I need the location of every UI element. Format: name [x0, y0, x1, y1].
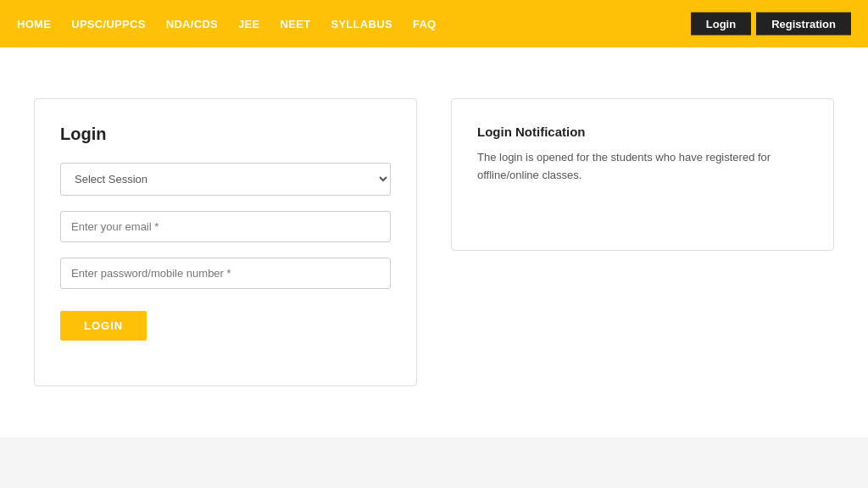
password-input[interactable]: [60, 258, 391, 289]
main-content: Login Select Session LOGIN Login Notific…: [0, 47, 868, 437]
header-login-button[interactable]: Login: [691, 13, 751, 36]
notification-title: Login Notification: [477, 125, 808, 139]
session-group: Select Session: [60, 163, 391, 196]
header-register-button[interactable]: Registration: [756, 13, 851, 36]
nav-nda[interactable]: NDA/CDS: [166, 18, 218, 30]
login-title: Login: [60, 125, 391, 144]
nav-faq[interactable]: FAQ: [413, 18, 437, 30]
notification-card: Login Notification The login is opened f…: [451, 98, 834, 251]
password-group: [60, 258, 391, 289]
nav-syllabus[interactable]: SYLLABUS: [331, 18, 392, 30]
login-button[interactable]: LOGIN: [60, 311, 147, 341]
login-card: Login Select Session LOGIN: [34, 98, 417, 386]
site-header: HOME UPSC/UPPCS NDA/CDS JEE NEET SYLLABU…: [0, 0, 868, 47]
nav-upsc[interactable]: UPSC/UPPCS: [71, 18, 146, 30]
email-input[interactable]: [60, 211, 391, 242]
main-nav: HOME UPSC/UPPCS NDA/CDS JEE NEET SYLLABU…: [17, 18, 437, 30]
nav-home[interactable]: HOME: [17, 18, 51, 30]
nav-jee[interactable]: JEE: [238, 18, 259, 30]
nav-neet[interactable]: NEET: [281, 18, 311, 30]
header-auth-buttons: Login Registration: [691, 13, 851, 36]
session-select[interactable]: Select Session: [60, 163, 391, 196]
notification-message: The login is opened for the students who…: [477, 149, 808, 185]
email-group: [60, 211, 391, 242]
